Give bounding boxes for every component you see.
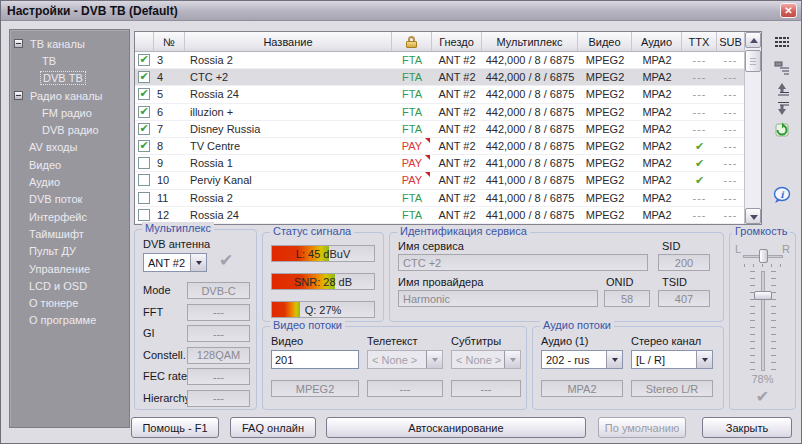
table-row[interactable]: ✔3Rossia 2FTAANT #2442,000 / 8 / 6875MPE… (135, 52, 744, 69)
header-name[interactable]: Название (185, 32, 392, 51)
provider-label: Имя провайдера (398, 276, 483, 288)
antenna-select[interactable]: ANT #2 (143, 253, 207, 272)
balance-right-label: R (782, 243, 790, 255)
table-row[interactable]: ✔12Rossia 24FTAANT #2441,000 / 8 / 6875M… (135, 207, 744, 224)
channel-socket: ANT #2 (432, 121, 482, 137)
table-row[interactable]: ✔8TV CentrePAYANT #2442,000 / 8 / 6875MP… (135, 138, 744, 155)
channel-checkbox[interactable]: ✔ (138, 192, 150, 204)
header-audio[interactable]: Аудио (632, 32, 682, 51)
table-scrollbar[interactable] (744, 32, 761, 224)
remove-channel-icon[interactable] (771, 57, 793, 77)
table-row[interactable]: ✔6illuzion +FTAANT #2442,000 / 8 / 6875M… (135, 104, 744, 121)
balance-slider-thumb[interactable] (759, 249, 768, 263)
scroll-thumb[interactable] (745, 50, 761, 72)
channel-table-header: № Название Гнездо Мультиплекс Видео Ауди… (135, 32, 761, 52)
teletext-select[interactable]: < None > (367, 350, 443, 369)
header-ttx[interactable]: TTX (682, 32, 717, 51)
channel-checkbox[interactable]: ✔ (138, 71, 150, 83)
sidebar-item-fm-радио[interactable]: FM радио (10, 104, 129, 121)
channel-checkbox[interactable]: ✔ (138, 123, 150, 135)
channel-checkbox[interactable]: ✔ (138, 54, 150, 66)
stereo-select[interactable]: [L / R] (631, 350, 713, 369)
channel-table-body: ✔3Rossia 2FTAANT #2442,000 / 8 / 6875MPE… (135, 52, 744, 224)
channel-checkbox[interactable]: ✔ (138, 106, 150, 118)
sidebar-item-таймшифт[interactable]: Таймшифт (10, 225, 129, 242)
volume-slider[interactable] (761, 271, 765, 371)
channel-access: FTA (392, 190, 432, 206)
header-multiplex[interactable]: Мультиплекс (482, 32, 578, 51)
header-access[interactable] (392, 32, 432, 51)
chevron-down-icon[interactable] (606, 351, 622, 368)
sidebar-item-аудио[interactable]: Аудио (10, 173, 129, 190)
channel-checkbox[interactable]: ✔ (138, 209, 150, 221)
sidebar-item-dvb-поток[interactable]: DVB поток (10, 191, 129, 208)
sub-none: --- (724, 140, 738, 152)
sidebar-item-av-входы[interactable]: AV входы (10, 139, 129, 156)
channel-ttx: ✔ (682, 155, 717, 171)
channel-audio-codec: MPA2 (632, 86, 682, 102)
subtitles-label: Субтитры (451, 335, 501, 347)
sidebar-item-dvb-тв[interactable]: DVB ТВ (10, 70, 129, 87)
sidebar-item-тв-каналы[interactable]: ТВ каналы (10, 35, 129, 52)
table-row[interactable]: ✔11Rossia 2FTAANT #2441,000 / 8 / 6875MP… (135, 190, 744, 207)
sidebar-item-dvb-радио[interactable]: DVB радио (10, 121, 129, 138)
scroll-up-button[interactable] (745, 32, 761, 48)
tree-expand-icon[interactable] (14, 91, 23, 100)
move-up-icon[interactable] (771, 79, 793, 99)
table-row[interactable]: ✔9Rossia 1PAYANT #2441,000 / 8 / 6875MPE… (135, 155, 744, 172)
info-icon[interactable]: i (771, 185, 793, 205)
table-row[interactable]: ✔4CTC +2FTAANT #2442,000 / 8 / 6875MPEG2… (135, 69, 744, 86)
video-pid-input[interactable] (271, 350, 359, 369)
sidebar-item-управление[interactable]: Управление (10, 260, 129, 277)
title-bar[interactable]: Настройки - DVB ТВ (Default) ✕ (1, 1, 801, 21)
check-icon: ✔ (139, 89, 148, 99)
header-video[interactable]: Видео (578, 32, 632, 51)
sidebar-item-видео[interactable]: Видео (10, 156, 129, 173)
table-row[interactable]: ✔10Perviy KanalPAYANT #2441,000 / 8 / 68… (135, 172, 744, 189)
subtitles-select[interactable]: < None > (451, 350, 521, 369)
channel-number: 8 (154, 138, 185, 154)
scroll-down-button[interactable] (745, 208, 761, 224)
sidebar-item-о-тюнере[interactable]: О тюнере (10, 294, 129, 311)
sidebar-item-lcd-и-osd[interactable]: LCD и OSD (10, 277, 129, 294)
channel-socket: ANT #2 (432, 138, 482, 154)
channel-checkbox[interactable]: ✔ (138, 157, 150, 169)
sidebar-item-label: AV входы (27, 141, 79, 153)
sidebar-item-тв[interactable]: ТВ (10, 52, 129, 69)
chevron-down-icon[interactable] (696, 351, 712, 368)
header-number[interactable]: № (154, 32, 185, 51)
channel-checkbox[interactable]: ✔ (138, 88, 150, 100)
header-checkbox-column[interactable] (135, 32, 154, 51)
table-row[interactable]: ✔5Rossia 24FTAANT #2442,000 / 8 / 6875MP… (135, 86, 744, 103)
subtitles-value: < None > (456, 354, 501, 366)
table-row[interactable]: ✔7Disney RussiaFTAANT #2442,000 / 8 / 68… (135, 121, 744, 138)
close-dialog-button[interactable]: Закрыть (702, 417, 792, 438)
header-socket[interactable]: Гнездо (432, 32, 482, 51)
close-button[interactable]: ✕ (780, 3, 797, 18)
chevron-down-icon[interactable] (190, 254, 206, 271)
channel-checkbox[interactable]: ✔ (138, 140, 150, 152)
sidebar-item-интерфейс[interactable]: Интерфейс (10, 208, 129, 225)
sidebar-item-радио-каналы[interactable]: Радио каналы (10, 87, 129, 104)
onid-field: 58 (604, 290, 650, 307)
header-sub[interactable]: SUB (717, 32, 744, 51)
faq-button[interactable]: FAQ онлайн (230, 417, 316, 438)
refresh-icon[interactable] (771, 120, 793, 140)
autoscan-button[interactable]: Автосканирование (326, 417, 586, 438)
channel-list-icon[interactable] (771, 33, 793, 53)
signal-bar: L: 45 dBuV (271, 245, 375, 262)
chevron-down-icon (426, 351, 442, 368)
channel-checkbox-cell: ✔ (135, 104, 154, 120)
channel-checkbox[interactable]: ✔ (138, 174, 150, 186)
tree-expand-icon[interactable] (14, 39, 23, 48)
sidebar-item-пульт-ду[interactable]: Пульт ДУ (10, 243, 129, 260)
sidebar-item-о-программе[interactable]: О программе (10, 312, 129, 329)
video-pid-label: Видео (271, 335, 303, 347)
move-down-icon[interactable] (771, 99, 793, 119)
channel-access: PAY (392, 155, 432, 171)
channel-ttx: ✔ (682, 172, 717, 188)
audio-select[interactable]: 202 - rus (541, 350, 623, 369)
channel-sub: --- (717, 138, 744, 154)
help-button[interactable]: Помощь - F1 (131, 417, 219, 438)
volume-slider-thumb[interactable] (754, 291, 772, 300)
